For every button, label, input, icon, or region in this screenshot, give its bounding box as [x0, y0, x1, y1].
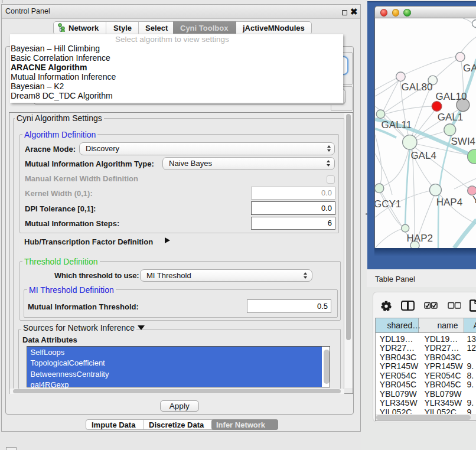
- svg-text:GAL1: GAL1: [438, 112, 463, 123]
- svg-text:GAL80: GAL80: [402, 81, 433, 93]
- svg-text:GAL7: GAL7: [463, 63, 476, 74]
- svg-text:SWI4: SWI4: [451, 136, 476, 147]
- svg-text:HAP2: HAP2: [407, 233, 433, 244]
- svg-text:GAL10: GAL10: [436, 91, 467, 102]
- svg-text:HAP4: HAP4: [436, 197, 462, 208]
- svg-text:YJ: YJ: [472, 194, 476, 206]
- svg-text:GAL4: GAL4: [410, 150, 436, 161]
- svg-text:GCY1: GCY1: [375, 198, 401, 210]
- svg-text:GAL11: GAL11: [382, 119, 412, 131]
